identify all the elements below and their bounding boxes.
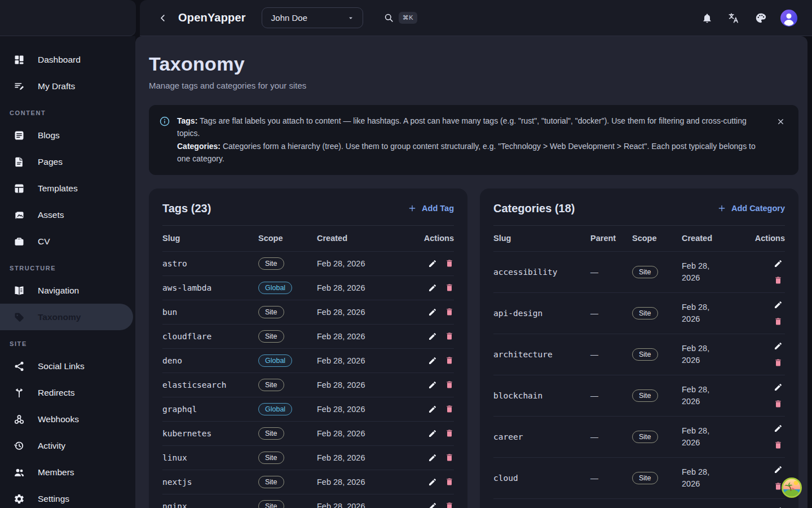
delete-tag-button[interactable] (445, 259, 454, 268)
top-strip: OpenYapper John Doe ⌘K (0, 0, 812, 36)
tags-panel-title: Tags (23) (162, 202, 211, 215)
delete-tag-button[interactable] (445, 307, 454, 317)
trash-icon (445, 477, 454, 487)
trash-icon (774, 440, 783, 450)
sidebar-item-my-drafts[interactable]: My Drafts (0, 73, 135, 99)
language-button[interactable] (726, 11, 741, 25)
edit-category-button[interactable] (774, 300, 783, 309)
sidebar-item-label: My Drafts (38, 81, 75, 91)
edit-tag-button[interactable] (428, 429, 437, 438)
edit-tag-button[interactable] (428, 453, 437, 462)
edit-tag-button[interactable] (428, 405, 437, 414)
translate-icon (727, 12, 740, 24)
keyboard-shortcut-badge[interactable]: ⌘K (399, 12, 417, 24)
edit-tag-button[interactable] (428, 259, 437, 268)
edit-tag-button[interactable] (428, 283, 437, 292)
tag-slug: kubernetes (162, 429, 258, 438)
row-actions (738, 259, 785, 285)
edit-category-button[interactable] (774, 506, 783, 508)
edit-icon (428, 380, 437, 389)
info-banner: Tags: Tags are flat labels you attach to… (149, 105, 798, 175)
sidebar-item-dashboard[interactable]: Dashboard (0, 46, 135, 73)
row-actions (418, 428, 454, 438)
edit-icon (774, 424, 783, 433)
edit-tag-button[interactable] (428, 332, 437, 341)
dashboard-icon (14, 54, 25, 65)
category-slug: api-design (493, 309, 590, 318)
delete-tag-button[interactable] (445, 501, 454, 508)
scope-badge: Site (632, 389, 658, 402)
column-header: Slug (493, 234, 590, 243)
add-category-button[interactable]: Add Category (717, 204, 785, 213)
delete-category-button[interactable] (774, 358, 783, 367)
people-icon (14, 467, 25, 478)
chevron-down-icon (347, 14, 355, 22)
delete-tag-button[interactable] (445, 283, 454, 292)
sidebar-item-social-links[interactable]: Social Links (0, 353, 135, 379)
trash-icon (445, 331, 454, 341)
sidebar-item-pages[interactable]: Pages (0, 148, 135, 175)
banner-close-button[interactable] (774, 115, 787, 128)
delete-category-button[interactable] (774, 275, 783, 285)
delete-category-button[interactable] (774, 440, 783, 450)
delete-tag-button[interactable] (445, 428, 454, 438)
delete-tag-button[interactable] (445, 356, 454, 365)
sidebar-item-redirects[interactable]: Redirects (0, 379, 135, 406)
back-button[interactable] (155, 10, 171, 27)
add-tag-button[interactable]: Add Tag (408, 204, 454, 213)
created-date: Feb 28, 2026 (317, 478, 418, 487)
edit-tag-button[interactable] (428, 356, 437, 365)
sidebar-item-blogs[interactable]: Blogs (0, 122, 135, 148)
sidebar-item-members[interactable]: Members (0, 459, 135, 485)
edit-category-button[interactable] (774, 341, 783, 351)
sidebar-item-label: Activity (38, 441, 65, 451)
delete-category-button[interactable] (774, 317, 783, 326)
delete-tag-button[interactable] (445, 404, 454, 414)
search-button[interactable]: ⌘K (383, 12, 417, 24)
sidebar-item-webhooks[interactable]: Webhooks (0, 406, 135, 432)
delete-category-button[interactable] (774, 399, 783, 409)
site-selector-dropdown[interactable]: John Doe (262, 7, 363, 28)
delete-tag-button[interactable] (445, 477, 454, 487)
sidebar-item-label: Taxonomy (38, 312, 81, 322)
edit-icon (428, 453, 437, 462)
edit-category-button[interactable] (774, 424, 783, 433)
scope-badge: Site (632, 431, 658, 443)
delete-tag-button[interactable] (445, 453, 454, 462)
sidebar-item-templates[interactable]: Templates (0, 175, 135, 202)
sidebar-item-settings[interactable]: Settings (0, 485, 135, 508)
scope-badge: Site (258, 427, 284, 440)
table-row: databases—SiteFeb 28, 2026 (493, 499, 785, 508)
trash-icon (445, 453, 454, 462)
sidebar-item-assets[interactable]: Assets (0, 202, 135, 228)
edit-category-button[interactable] (774, 465, 783, 474)
sidebar-item-navigation[interactable]: Navigation (0, 277, 135, 304)
edit-tag-button[interactable] (428, 478, 437, 487)
edit-tag-button[interactable] (428, 502, 437, 508)
categories-table-header: Slug Parent Scope Created Actions (493, 226, 785, 252)
sidebar-item-activity[interactable]: Activity (0, 432, 135, 459)
user-avatar[interactable] (780, 10, 797, 27)
tag-slug: aws-lambda (162, 283, 258, 292)
island-badge-button[interactable] (781, 477, 802, 498)
trash-icon (774, 358, 783, 367)
edit-tag-button[interactable] (428, 308, 437, 317)
delete-tag-button[interactable] (445, 380, 454, 389)
delete-tag-button[interactable] (445, 331, 454, 341)
categories-panel-title: Categories (18) (493, 202, 575, 215)
tags-table-body: astroSiteFeb 28, 2026aws-lambdaGlobalFeb… (162, 252, 454, 508)
sidebar-item-cv[interactable]: CV (0, 228, 135, 255)
edit-icon (428, 478, 437, 487)
edit-category-button[interactable] (774, 259, 783, 268)
edit-tag-button[interactable] (428, 380, 437, 389)
sidebar-section-structure: STRUCTURE (0, 255, 135, 277)
notifications-button[interactable] (700, 11, 714, 25)
plus-icon (717, 204, 726, 213)
column-header: Actions (418, 234, 454, 243)
sidebar-item-taxonomy[interactable]: Taxonomy (0, 304, 133, 330)
briefcase-icon (14, 236, 25, 247)
theme-button[interactable] (753, 11, 768, 25)
info-categories-text: Categories form a hierarchy (tree). Use … (177, 142, 756, 163)
row-actions (418, 331, 454, 341)
edit-category-button[interactable] (774, 383, 783, 392)
